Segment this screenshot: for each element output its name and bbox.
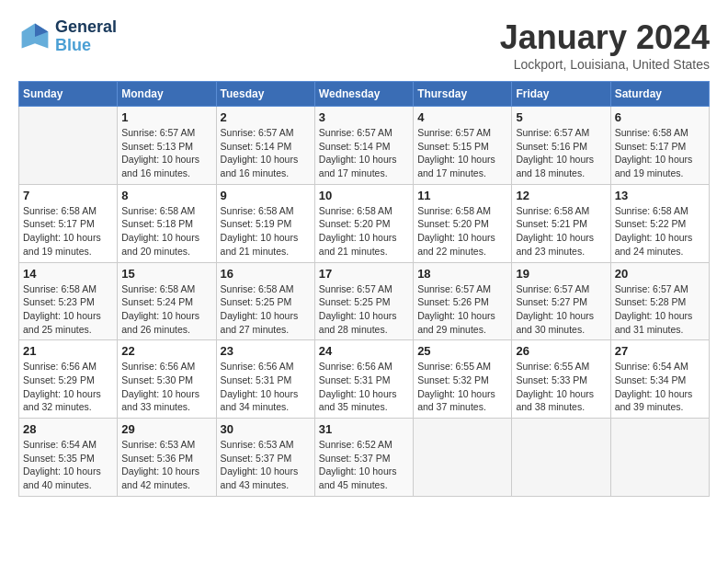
day-number: 3	[319, 110, 409, 124]
day-cell: 31Sunrise: 6:52 AMSunset: 5:37 PMDayligh…	[314, 419, 413, 497]
weekday-header-friday: Friday	[512, 82, 610, 107]
day-info: Sunrise: 6:56 AMSunset: 5:31 PMDaylight:…	[221, 360, 311, 414]
day-cell: 25Sunrise: 6:55 AMSunset: 5:32 PMDayligh…	[414, 340, 512, 419]
week-row-1: 1Sunrise: 6:57 AMSunset: 5:13 PMDaylight…	[19, 107, 710, 185]
day-info: Sunrise: 6:58 AMSunset: 5:18 PMDaylight:…	[121, 204, 211, 259]
day-info: Sunrise: 6:57 AMSunset: 5:16 PMDaylight:…	[516, 126, 606, 180]
day-cell: 29Sunrise: 6:53 AMSunset: 5:36 PMDayligh…	[118, 419, 216, 497]
day-cell: 21Sunrise: 6:56 AMSunset: 5:29 PMDayligh…	[19, 340, 118, 419]
day-cell: 12Sunrise: 6:58 AMSunset: 5:21 PMDayligh…	[512, 184, 610, 262]
week-row-3: 14Sunrise: 6:58 AMSunset: 5:23 PMDayligh…	[19, 262, 710, 340]
day-info: Sunrise: 6:58 AMSunset: 5:17 PMDaylight:…	[615, 126, 705, 180]
day-info: Sunrise: 6:52 AMSunset: 5:37 PMDaylight:…	[319, 438, 409, 492]
day-info: Sunrise: 6:57 AMSunset: 5:28 PMDaylight:…	[615, 282, 705, 337]
day-info: Sunrise: 6:57 AMSunset: 5:27 PMDaylight:…	[516, 282, 606, 337]
weekday-header-wednesday: Wednesday	[314, 82, 413, 107]
day-info: Sunrise: 6:54 AMSunset: 5:35 PMDaylight:…	[23, 438, 113, 492]
weekday-header-thursday: Thursday	[414, 82, 512, 107]
day-number: 1	[121, 110, 211, 124]
weekday-header-monday: Monday	[118, 82, 216, 107]
day-cell	[512, 419, 610, 497]
day-info: Sunrise: 6:58 AMSunset: 5:24 PMDaylight:…	[121, 282, 211, 337]
day-number: 5	[516, 110, 606, 124]
day-cell: 6Sunrise: 6:58 AMSunset: 5:17 PMDaylight…	[610, 107, 709, 185]
title-block: January 2024 Lockport, Louisiana, United…	[500, 18, 710, 72]
day-info: Sunrise: 6:58 AMSunset: 5:20 PMDaylight:…	[417, 204, 507, 259]
day-number: 6	[615, 110, 705, 124]
day-cell: 1Sunrise: 6:57 AMSunset: 5:13 PMDaylight…	[118, 107, 216, 185]
calendar-table: SundayMondayTuesdayWednesdayThursdayFrid…	[18, 81, 710, 497]
day-info: Sunrise: 6:57 AMSunset: 5:14 PMDaylight:…	[319, 126, 409, 180]
day-cell: 8Sunrise: 6:58 AMSunset: 5:18 PMDaylight…	[118, 184, 216, 262]
day-number: 13	[615, 189, 705, 202]
day-cell: 4Sunrise: 6:57 AMSunset: 5:15 PMDaylight…	[414, 107, 512, 185]
day-cell: 2Sunrise: 6:57 AMSunset: 5:14 PMDaylight…	[216, 107, 314, 185]
day-info: Sunrise: 6:58 AMSunset: 5:22 PMDaylight:…	[615, 204, 705, 259]
day-cell: 30Sunrise: 6:53 AMSunset: 5:37 PMDayligh…	[216, 419, 314, 497]
day-number: 16	[221, 267, 311, 281]
day-number: 22	[121, 344, 211, 358]
day-number: 23	[221, 344, 311, 358]
location: Lockport, Louisiana, United States	[500, 57, 710, 72]
day-cell: 24Sunrise: 6:56 AMSunset: 5:31 PMDayligh…	[314, 340, 413, 419]
day-cell: 27Sunrise: 6:54 AMSunset: 5:34 PMDayligh…	[610, 340, 709, 419]
day-info: Sunrise: 6:57 AMSunset: 5:26 PMDaylight:…	[417, 282, 507, 337]
day-info: Sunrise: 6:57 AMSunset: 5:15 PMDaylight:…	[417, 126, 507, 180]
day-cell: 15Sunrise: 6:58 AMSunset: 5:24 PMDayligh…	[118, 262, 216, 340]
day-number: 18	[417, 267, 507, 281]
day-number: 2	[221, 110, 311, 124]
day-info: Sunrise: 6:58 AMSunset: 5:17 PMDaylight:…	[23, 204, 113, 259]
day-number: 29	[121, 422, 211, 436]
weekday-header-sunday: Sunday	[19, 82, 118, 107]
day-cell: 11Sunrise: 6:58 AMSunset: 5:20 PMDayligh…	[414, 184, 512, 262]
logo-text: General Blue	[55, 18, 117, 55]
day-cell: 23Sunrise: 6:56 AMSunset: 5:31 PMDayligh…	[216, 340, 314, 419]
day-number: 26	[516, 344, 606, 358]
day-cell: 17Sunrise: 6:57 AMSunset: 5:25 PMDayligh…	[314, 262, 413, 340]
day-info: Sunrise: 6:56 AMSunset: 5:31 PMDaylight:…	[319, 360, 409, 414]
day-info: Sunrise: 6:58 AMSunset: 5:23 PMDaylight:…	[23, 282, 113, 337]
day-info: Sunrise: 6:54 AMSunset: 5:34 PMDaylight:…	[615, 360, 705, 414]
day-number: 30	[221, 422, 311, 436]
day-info: Sunrise: 6:57 AMSunset: 5:14 PMDaylight:…	[221, 126, 311, 180]
day-info: Sunrise: 6:57 AMSunset: 5:13 PMDaylight:…	[121, 126, 211, 180]
day-cell	[610, 419, 709, 497]
day-number: 7	[23, 189, 113, 202]
day-number: 19	[516, 267, 606, 281]
day-number: 8	[121, 189, 211, 202]
logo-icon	[18, 20, 51, 53]
day-number: 27	[615, 344, 705, 358]
week-row-2: 7Sunrise: 6:58 AMSunset: 5:17 PMDaylight…	[19, 184, 710, 262]
day-cell: 19Sunrise: 6:57 AMSunset: 5:27 PMDayligh…	[512, 262, 610, 340]
day-number: 17	[319, 267, 409, 281]
day-number: 10	[319, 189, 409, 202]
day-cell: 22Sunrise: 6:56 AMSunset: 5:30 PMDayligh…	[118, 340, 216, 419]
day-cell	[19, 107, 118, 185]
day-info: Sunrise: 6:58 AMSunset: 5:21 PMDaylight:…	[516, 204, 606, 259]
weekday-header-row: SundayMondayTuesdayWednesdayThursdayFrid…	[19, 82, 710, 107]
day-number: 15	[121, 267, 211, 281]
month-title: January 2024	[500, 18, 710, 57]
day-cell: 16Sunrise: 6:58 AMSunset: 5:25 PMDayligh…	[216, 262, 314, 340]
day-cell: 7Sunrise: 6:58 AMSunset: 5:17 PMDaylight…	[19, 184, 118, 262]
day-number: 31	[319, 422, 409, 436]
day-info: Sunrise: 6:55 AMSunset: 5:33 PMDaylight:…	[516, 360, 606, 414]
day-cell: 28Sunrise: 6:54 AMSunset: 5:35 PMDayligh…	[19, 419, 118, 497]
day-number: 21	[23, 344, 113, 358]
day-info: Sunrise: 6:53 AMSunset: 5:37 PMDaylight:…	[221, 438, 311, 492]
day-number: 20	[615, 267, 705, 281]
day-info: Sunrise: 6:55 AMSunset: 5:32 PMDaylight:…	[417, 360, 507, 414]
day-number: 4	[417, 110, 507, 124]
day-number: 25	[417, 344, 507, 358]
day-cell: 26Sunrise: 6:55 AMSunset: 5:33 PMDayligh…	[512, 340, 610, 419]
day-info: Sunrise: 6:56 AMSunset: 5:29 PMDaylight:…	[23, 360, 113, 414]
week-row-5: 28Sunrise: 6:54 AMSunset: 5:35 PMDayligh…	[19, 419, 710, 497]
day-cell: 14Sunrise: 6:58 AMSunset: 5:23 PMDayligh…	[19, 262, 118, 340]
day-cell: 20Sunrise: 6:57 AMSunset: 5:28 PMDayligh…	[610, 262, 709, 340]
day-info: Sunrise: 6:57 AMSunset: 5:25 PMDaylight:…	[319, 282, 409, 337]
day-number: 11	[417, 189, 507, 202]
day-cell: 18Sunrise: 6:57 AMSunset: 5:26 PMDayligh…	[414, 262, 512, 340]
day-cell: 9Sunrise: 6:58 AMSunset: 5:19 PMDaylight…	[216, 184, 314, 262]
day-cell	[414, 419, 512, 497]
day-info: Sunrise: 6:58 AMSunset: 5:20 PMDaylight:…	[319, 204, 409, 259]
